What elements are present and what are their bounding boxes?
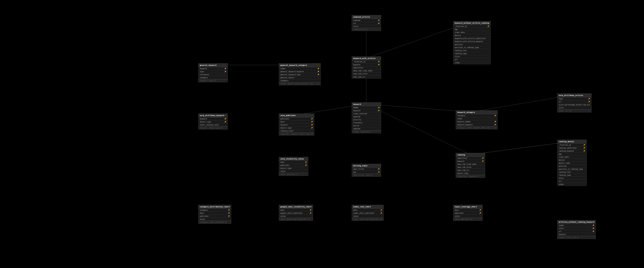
key-icon: 🔑 <box>228 212 230 214</box>
field-name: relevance <box>353 122 362 124</box>
table-row: key🔑 <box>352 171 381 174</box>
key-icon: 🔑 <box>305 164 307 166</box>
field-name: priority <box>353 119 361 121</box>
table-header-google_news_visibility_chart: google_news_visibility_chart <box>279 205 313 209</box>
table-row: date🔑 <box>352 209 384 212</box>
table-row: position_in_ranking_type <box>558 168 586 171</box>
field-name: publisher <box>280 118 290 120</box>
key-icon: 🔑 <box>592 225 594 226</box>
key-icon: 🔑 <box>224 121 226 123</box>
table-row: value <box>279 215 313 218</box>
key-icon: 🔑 <box>311 121 313 123</box>
table-serp_visibility_value: serp_visibility_valuedate🔑publisher🔑obje… <box>279 157 308 176</box>
table-row: keyword🔑 <box>279 124 314 127</box>
field-name: news_tab_url <box>457 169 469 171</box>
table-row: keyword_with_article_identifier <box>454 37 490 40</box>
key-icon: 🔑 <box>318 68 319 69</box>
table-row: date🔑 <box>198 212 231 215</box>
key-icon: 🔑 <box>228 209 230 211</box>
field-name: updated <box>353 128 360 130</box>
table-row: news_tab_url <box>456 169 485 172</box>
field-name: category <box>457 115 465 117</box>
table-row: keyword_added🔑 <box>456 120 497 123</box>
table-row: score_percentage_within_top_hit <box>558 103 592 106</box>
key-icon: 🔑 <box>378 107 380 108</box>
key-icon: 🔑 <box>378 168 380 170</box>
key-icon: 🔑 <box>380 209 382 211</box>
key-icon: 🔑 <box>480 209 481 211</box>
table-row: url🔑 <box>352 22 381 25</box>
key-icon: 🔑 <box>378 171 380 173</box>
field-name: total_ranking_count <box>200 124 219 126</box>
table-header-articles_without_ranking_keyword: articles_without_ranking_keyword <box>558 220 596 224</box>
field-name: index <box>280 68 286 70</box>
key-icon: 🔑 <box>311 118 313 120</box>
table-row: index🔑 <box>558 224 596 227</box>
table-row: indexed🔑 <box>352 19 381 22</box>
key-icon: 🔑 <box>482 160 484 162</box>
table-row: news_tab_crawl_date <box>456 163 485 166</box>
table-header-serp_publisher: serp_publisher <box>279 114 314 118</box>
field-name: title <box>559 177 564 179</box>
table-row: position_in_ranking_type <box>454 46 490 49</box>
field-name: keyword <box>200 68 207 70</box>
table-row: publisher🔑 <box>454 212 482 215</box>
field-name: date <box>455 209 459 211</box>
table-footer-general_keyword_category: (index, general_keyword_keyword, gen...)… <box>279 82 320 85</box>
field-name: ranking_lost <box>455 50 467 51</box>
table-header-category_distribution_chart: category_distribution_chart <box>198 205 231 209</box>
key-icon: 🔑 <box>224 68 226 69</box>
table-row: priority <box>352 118 381 121</box>
key-icon: 🔑 <box>318 71 319 72</box>
table-row: _fivetran_id🔑 <box>454 25 490 28</box>
table-header-missing_topic: missing_topic <box>352 164 381 168</box>
table-row: ignored <box>352 115 381 118</box>
table-row: object_type <box>279 167 308 170</box>
field-name: general_keyword_type <box>280 74 300 76</box>
field-name: publisher <box>455 212 464 214</box>
table-header-keyword_without_article_ranking: keyword_without_article_ranking <box>454 21 490 25</box>
table-row: ranking_identifier🔑 <box>558 146 586 149</box>
field-name: position <box>559 165 567 167</box>
key-icon: 🔑 <box>588 98 590 100</box>
field-name: video <box>559 183 564 185</box>
table-row: title <box>352 25 381 28</box>
field-name: title <box>353 25 358 27</box>
table-row: keyword <box>558 233 596 236</box>
field-name: date_filter <box>353 168 364 170</box>
table-row: value <box>279 170 308 173</box>
field-name: general_keyword_keyword <box>280 71 304 73</box>
field-name: date <box>200 212 204 214</box>
field-name: title <box>559 228 564 229</box>
field-name: title <box>559 107 564 109</box>
table-footer-articles_without_ranking_keyword: (index, title, url) 🛈 <box>558 236 596 239</box>
table-row: keyword🔑 <box>352 109 381 112</box>
table-general_keyword_category: general_keyword_categoryindex🔑general_ke… <box>279 63 321 85</box>
table-row: url🔑 <box>558 100 592 103</box>
table-row: source <box>352 124 381 127</box>
field-name: keyword <box>353 64 360 66</box>
table-footer-missing_topic: (date_filter, key) 🛈 <box>352 174 381 176</box>
field-name: ignored <box>353 116 360 118</box>
table-footer-keyword_category: (category, index, keyword_added, key...)… <box>456 126 497 129</box>
field-name: object_type <box>280 127 292 129</box>
field-name: url <box>455 59 458 60</box>
table-row: general_keyword_keyword🔑 <box>279 70 320 73</box>
field-name: relevance <box>200 74 209 76</box>
table-row: type🔑 <box>198 70 228 73</box>
key-icon: 🔑 <box>305 161 307 163</box>
field-name: date <box>280 161 284 163</box>
table-row: value <box>198 218 231 221</box>
table-footer-topic_coverage_chart: (date, publisher) 🛈 <box>454 218 482 221</box>
table-row: url <box>558 180 586 183</box>
key-icon: 🔑 <box>378 61 380 62</box>
table-row: object_type🔑 <box>198 121 228 124</box>
field-name: video <box>455 62 460 64</box>
field-name: url <box>353 22 356 24</box>
field-name: url <box>559 231 562 232</box>
field-name: position <box>455 44 463 45</box>
table-row: publisher🔑 <box>279 118 314 121</box>
table-row: keyword🔑 <box>456 160 485 163</box>
table-row: type🔑 <box>558 97 592 100</box>
table-row: _fivetran_id🔑 <box>352 60 381 63</box>
